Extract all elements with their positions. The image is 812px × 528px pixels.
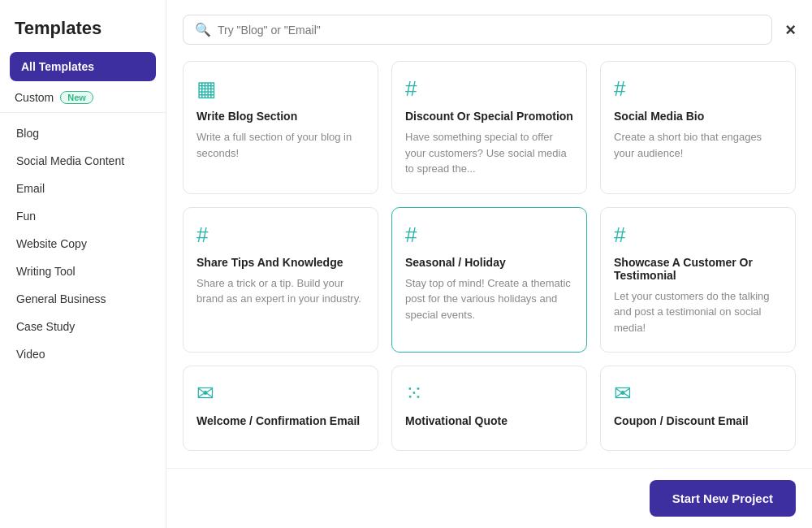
search-input[interactable]	[218, 24, 760, 37]
card-title-0: Write Blog Section	[197, 110, 365, 123]
card-desc-2: Create a short bio that engages your aud…	[614, 129, 782, 161]
search-icon: 🔍	[195, 22, 211, 37]
card-desc-1: Have something special to offer your cus…	[405, 129, 573, 177]
template-card-3[interactable]: #Share Tips And KnowledgeShare a trick o…	[183, 207, 378, 353]
custom-row: Custom New	[0, 84, 166, 112]
card-title-8: Coupon / Discount Email	[614, 414, 782, 427]
card-icon-8: ✉	[614, 381, 782, 406]
sidebar-nav-item-email[interactable]: Email	[0, 175, 166, 202]
main-header: 🔍 ×	[166, 0, 812, 56]
template-card-1[interactable]: #Discount Or Special PromotionHave somet…	[391, 61, 587, 194]
card-icon-3: #	[197, 223, 365, 248]
card-desc-5: Let your customers do the talking and po…	[614, 288, 782, 336]
card-desc-3: Share a trick or a tip. Build your brand…	[197, 275, 365, 307]
card-icon-7: ⁙	[405, 381, 573, 406]
start-new-project-button[interactable]: Start New Project	[650, 480, 796, 517]
card-icon-6: ✉	[197, 381, 365, 406]
cards-grid: ▦Write Blog SectionWrite a full section …	[183, 61, 796, 451]
custom-label: Custom	[15, 91, 54, 104]
template-card-2[interactable]: #Social Media BioCreate a short bio that…	[600, 61, 796, 194]
card-icon-5: #	[614, 223, 782, 248]
sidebar-nav-item-social-media-content[interactable]: Social Media Content	[0, 147, 166, 175]
card-desc-0: Write a full section of your blog in sec…	[197, 129, 365, 161]
sidebar-nav: BlogSocial Media ContentEmailFunWebsite …	[0, 118, 166, 370]
sidebar-nav-item-writing-tool[interactable]: Writing Tool	[0, 258, 166, 285]
card-icon-4: #	[405, 223, 573, 248]
card-title-5: Showcase A Customer Or Testimonial	[614, 256, 782, 282]
template-card-6[interactable]: ✉Welcome / Confirmation Email	[183, 366, 378, 451]
template-card-4[interactable]: #Seasonal / HolidayStay top of mind! Cre…	[391, 207, 587, 353]
card-title-6: Welcome / Confirmation Email	[197, 414, 365, 427]
template-card-0[interactable]: ▦Write Blog SectionWrite a full section …	[183, 61, 378, 194]
new-badge: New	[60, 91, 93, 104]
card-title-3: Share Tips And Knowledge	[197, 256, 365, 269]
sidebar-nav-item-blog[interactable]: Blog	[0, 119, 166, 147]
card-title-4: Seasonal / Holiday	[405, 256, 573, 269]
all-templates-button[interactable]: All Templates	[10, 52, 156, 81]
sidebar-title: Templates	[0, 0, 166, 49]
sidebar-nav-item-fun[interactable]: Fun	[0, 202, 166, 230]
template-card-7[interactable]: ⁙Motivational Quote	[391, 366, 587, 451]
sidebar-nav-item-website-copy[interactable]: Website Copy	[0, 230, 166, 258]
card-title-2: Social Media Bio	[614, 110, 782, 123]
sidebar-nav-item-video[interactable]: Video	[0, 340, 166, 368]
card-icon-0: ▦	[197, 76, 365, 102]
sidebar-nav-item-case-study[interactable]: Case Study	[0, 313, 166, 340]
sidebar-divider	[0, 112, 166, 113]
bottom-bar: Start New Project	[166, 468, 812, 528]
main-content: 🔍 × ▦Write Blog SectionWrite a full sect…	[166, 0, 812, 528]
card-desc-4: Stay top of mind! Create a thematic post…	[405, 275, 573, 323]
close-button[interactable]: ×	[785, 21, 796, 39]
search-wrapper: 🔍	[183, 15, 772, 45]
card-icon-2: #	[614, 76, 782, 102]
cards-scroll: ▦Write Blog SectionWrite a full section …	[166, 56, 812, 528]
template-card-5[interactable]: #Showcase A Customer Or TestimonialLet y…	[600, 207, 796, 353]
card-title-7: Motivational Quote	[405, 414, 573, 427]
template-card-8[interactable]: ✉Coupon / Discount Email	[600, 366, 796, 451]
sidebar: Templates All Templates Custom New BlogS…	[0, 0, 166, 528]
card-title-1: Discount Or Special Promotion	[405, 110, 573, 123]
card-icon-1: #	[405, 76, 573, 102]
sidebar-nav-item-general-business[interactable]: General Business	[0, 285, 166, 313]
